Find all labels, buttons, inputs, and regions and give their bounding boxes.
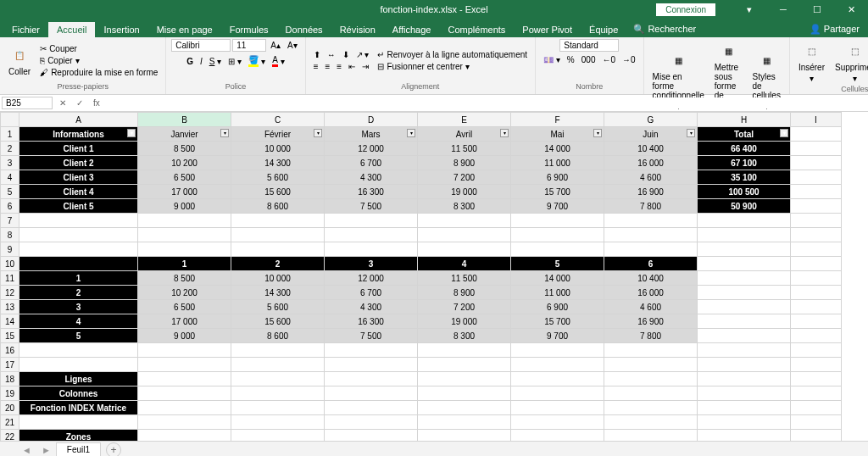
empty-cell[interactable]	[325, 358, 418, 372]
data-cell[interactable]: 16 000	[604, 156, 698, 170]
empty-cell[interactable]	[511, 242, 604, 257]
data-cell[interactable]: 6 700	[325, 286, 418, 300]
align-bottom-button[interactable]: ⬇	[340, 49, 352, 60]
empty-cell[interactable]	[231, 214, 325, 228]
empty-cell[interactable]	[418, 358, 511, 372]
bold-button[interactable]: G	[184, 56, 196, 67]
row-header[interactable]: 7	[1, 214, 19, 228]
empty-cell[interactable]	[511, 343, 604, 358]
empty-cell[interactable]	[418, 242, 511, 257]
filter-arrow-icon[interactable]: ▾	[220, 129, 229, 137]
col-header[interactable]: B	[138, 113, 231, 127]
col-header[interactable]: H	[698, 113, 791, 127]
data-cell[interactable]: 16 300	[325, 185, 418, 199]
close-button[interactable]: ✕	[834, 0, 868, 19]
data-cell[interactable]: 11 000	[511, 156, 604, 170]
empty-cell[interactable]	[698, 214, 791, 228]
minimize-button[interactable]: ─	[766, 0, 800, 19]
data-cell[interactable]: 6 500	[138, 170, 231, 185]
empty-cell[interactable]	[791, 156, 842, 170]
data-cell[interactable]: 14 000	[511, 142, 604, 156]
data-cell[interactable]: 8 300	[418, 199, 511, 214]
empty-cell[interactable]	[325, 401, 418, 415]
align-middle-button[interactable]: ↔	[325, 49, 338, 60]
tab-affichage[interactable]: Affichage	[384, 22, 440, 37]
empty-cell[interactable]	[698, 430, 791, 442]
header-cell[interactable]: Mai▾	[511, 127, 604, 142]
data-cell[interactable]: Colonnes	[19, 386, 138, 401]
empty-cell[interactable]	[604, 430, 698, 442]
data-cell[interactable]: 6 900	[511, 300, 604, 314]
insert-button[interactable]: ⬚Insérer ▾	[795, 39, 828, 85]
col-header[interactable]: E	[418, 113, 511, 127]
empty-cell[interactable]	[418, 386, 511, 401]
data-cell[interactable]: 6 700	[325, 156, 418, 170]
data-cell[interactable]	[19, 257, 138, 271]
data-cell[interactable]: 1	[19, 271, 138, 286]
empty-cell[interactable]	[791, 358, 842, 372]
row-header[interactable]: 3	[1, 156, 19, 170]
empty-cell[interactable]	[698, 228, 791, 242]
data-cell[interactable]: Fonction INDEX Matrice	[19, 401, 138, 415]
data-cell[interactable]: 5 600	[231, 170, 325, 185]
row-header[interactable]: 20	[1, 401, 19, 415]
align-center-button[interactable]: ≡	[322, 61, 332, 72]
accounting-format-button[interactable]: 💷 ▾	[541, 54, 563, 65]
data-cell[interactable]: 8 600	[231, 329, 325, 343]
col-header[interactable]: C	[231, 113, 325, 127]
data-cell[interactable]: Client 4	[19, 185, 138, 199]
header-cell[interactable]: Total▾	[698, 127, 791, 142]
row-header[interactable]: 14	[1, 314, 19, 329]
empty-cell[interactable]	[511, 430, 604, 442]
data-cell[interactable]: 4 600	[604, 170, 698, 185]
empty-cell[interactable]	[604, 401, 698, 415]
empty-cell[interactable]	[231, 386, 325, 401]
increase-font-button[interactable]: A▴	[268, 40, 283, 51]
data-cell[interactable]: Client 5	[19, 199, 138, 214]
data-cell[interactable]: 10 000	[231, 271, 325, 286]
empty-cell[interactable]	[698, 300, 791, 314]
decrease-indent-button[interactable]: ⇤	[346, 61, 358, 72]
header-cell[interactable]: Avril▾	[418, 127, 511, 142]
maximize-button[interactable]: ☐	[800, 0, 834, 19]
select-all-cell[interactable]	[1, 113, 19, 127]
empty-cell[interactable]	[511, 214, 604, 228]
delete-button[interactable]: ⬚Supprimer ▾	[832, 39, 868, 85]
percent-button[interactable]: %	[565, 54, 577, 65]
fill-color-button[interactable]: 🪣 ▾	[246, 54, 268, 68]
empty-cell[interactable]	[138, 401, 231, 415]
empty-cell[interactable]	[698, 257, 791, 271]
row-header[interactable]: 21	[1, 415, 19, 430]
sheet-nav-prev[interactable]: ◄	[17, 445, 36, 455]
merge-center-button[interactable]: ⊟Fusionner et centrer ▾	[375, 61, 530, 72]
filter-arrow-icon[interactable]: ▾	[407, 129, 415, 137]
data-cell[interactable]: 4	[19, 314, 138, 329]
data-cell[interactable]: 9 000	[138, 329, 231, 343]
name-box[interactable]	[2, 97, 53, 109]
increase-decimal-button[interactable]: ←0	[599, 54, 618, 65]
decrease-font-button[interactable]: A▾	[285, 40, 300, 51]
data-cell[interactable]: 6 900	[511, 170, 604, 185]
empty-cell[interactable]	[604, 386, 698, 401]
row-header[interactable]: 8	[1, 228, 19, 242]
data-cell[interactable]: 16 900	[604, 185, 698, 199]
empty-cell[interactable]	[791, 314, 842, 329]
data-cell[interactable]: 8 600	[231, 199, 325, 214]
empty-cell[interactable]	[19, 214, 138, 228]
data-cell[interactable]: 10 000	[231, 142, 325, 156]
filter-arrow-icon[interactable]: ▾	[593, 129, 602, 137]
data-cell[interactable]: 9 700	[511, 329, 604, 343]
col-header[interactable]: D	[325, 113, 418, 127]
empty-cell[interactable]	[138, 228, 231, 242]
col-header[interactable]: G	[604, 113, 698, 127]
data-cell[interactable]: Lignes	[19, 372, 138, 386]
empty-cell[interactable]	[791, 228, 842, 242]
empty-cell[interactable]	[511, 415, 604, 430]
header-cell[interactable]: 3	[325, 257, 418, 271]
empty-cell[interactable]	[325, 228, 418, 242]
data-cell[interactable]: 7 200	[418, 300, 511, 314]
share-button[interactable]: 👤 Partager	[801, 21, 868, 37]
data-cell[interactable]: 19 000	[418, 314, 511, 329]
cancel-formula-button[interactable]: ✕	[54, 98, 71, 108]
data-cell[interactable]: 7 200	[418, 170, 511, 185]
